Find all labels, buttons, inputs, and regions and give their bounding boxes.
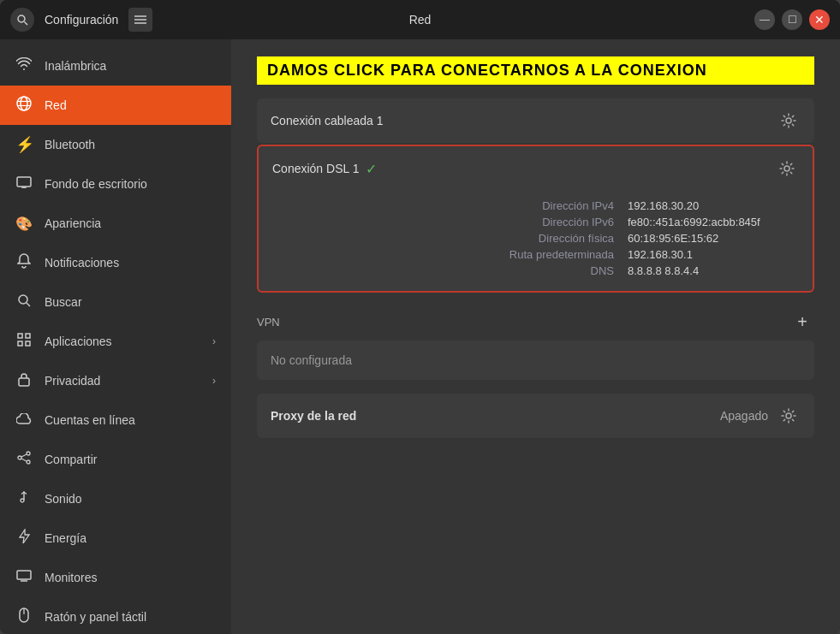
svg-point-19 [27, 452, 30, 455]
ipv6-label: Dirección IPv6 [477, 216, 614, 228]
lightning-icon [15, 529, 33, 548]
sidebar-item-sonido[interactable]: Sonido [0, 479, 231, 518]
dsl-title: Conexión DSL 1 ✓ [272, 161, 377, 177]
sidebar-item-compartir[interactable]: Compartir [0, 440, 231, 479]
sidebar-item-fondo[interactable]: Fondo de escritorio [0, 164, 231, 204]
bell-icon [15, 253, 33, 272]
svg-line-1 [25, 22, 28, 26]
monitor-icon [15, 176, 33, 193]
proxy-label: Proxy de la red [271, 409, 356, 423]
svg-line-13 [27, 303, 30, 306]
svg-point-30 [784, 166, 789, 171]
sidebar-label-inalambrica: Inalámbrica [45, 59, 106, 73]
maximize-button[interactable]: ☐ [782, 9, 802, 30]
wifi-icon [15, 57, 33, 74]
globe-icon [15, 96, 33, 115]
music-icon [15, 490, 33, 507]
ipv6-value: fe80::451a:6992:acbb:845f [628, 216, 799, 228]
sidebar-item-monitores[interactable]: Monitores [0, 558, 231, 597]
dsl-settings-button[interactable] [775, 157, 799, 181]
ipv4-row: Dirección IPv4 192.168.30.20 [272, 198, 799, 214]
svg-point-12 [19, 295, 27, 304]
sidebar-label-apariencia: Apariencia [45, 216, 101, 230]
svg-line-22 [21, 454, 27, 457]
sidebar-item-buscar[interactable]: Buscar [0, 282, 231, 322]
sidebar-item-notificaciones[interactable]: Notificaciones [0, 243, 231, 282]
wired-connection-row[interactable]: Conexión cableada 1 [257, 98, 814, 143]
titlebar-left: Configuración [10, 8, 152, 32]
main-layout: Inalámbrica Red ⚡ Bluetooth [0, 39, 840, 634]
sidebar-label-cuentas: Cuentas en línea [45, 413, 135, 427]
proxy-row[interactable]: Proxy de la red Apagado [257, 394, 814, 438]
mac-row: Dirección física 60:18:95:6E:15:62 [272, 230, 799, 246]
sidebar-label-aplicaciones: Aplicaciones [45, 335, 112, 348]
vpn-section: VPN + No configurada [257, 310, 814, 380]
content-area: DAMOS CLICK PARA CONECTARNOS A LA CONEXI… [231, 39, 840, 634]
sidebar-item-bluetooth[interactable]: ⚡ Bluetooth [0, 125, 231, 164]
lock-icon [15, 372, 33, 390]
svg-point-6 [21, 97, 27, 110]
svg-point-24 [21, 499, 24, 502]
ipv4-label: Dirección IPv4 [477, 199, 614, 212]
svg-point-21 [18, 456, 21, 459]
sidebar-label-buscar: Buscar [45, 295, 82, 309]
dns-label: DNS [477, 264, 614, 277]
route-label: Ruta predeterminada [477, 248, 614, 261]
sidebar-label-energia: Energía [45, 531, 86, 545]
chevron-right-icon: › [212, 335, 216, 347]
sidebar-item-apariencia[interactable]: 🎨 Apariencia [0, 204, 231, 243]
sidebar-label-fondo: Fondo de escritorio [45, 177, 147, 191]
sidebar-item-raton[interactable]: Ratón y panel táctil [0, 597, 231, 634]
vpn-empty-text: No configurada [271, 353, 352, 367]
svg-line-23 [21, 459, 27, 461]
sidebar-label-bluetooth: Bluetooth [45, 138, 95, 151]
ipv4-value: 192.168.30.20 [628, 199, 799, 212]
sidebar-label-compartir: Compartir [45, 453, 97, 466]
dsl-connection-header[interactable]: Conexión DSL 1 ✓ [259, 146, 813, 191]
connected-checkmark-icon: ✓ [366, 161, 377, 177]
sidebar-item-red[interactable]: Red [0, 86, 231, 125]
share-icon [15, 451, 33, 468]
titlebar: Configuración Red — ☐ ✕ [0, 0, 840, 39]
svg-rect-15 [26, 334, 30, 338]
vpn-label: VPN [257, 316, 280, 329]
mac-value: 60:18:95:6E:15:62 [628, 232, 799, 245]
sidebar-label-monitores: Monitores [45, 571, 97, 584]
chevron-right-icon2: › [212, 375, 216, 387]
dns-row: DNS 8.8.8.8 8.8.4.4 [272, 263, 799, 279]
dsl-connection-details: Dirección IPv4 192.168.30.20 Dirección I… [259, 191, 813, 291]
search-button[interactable] [10, 8, 34, 32]
menu-button[interactable] [128, 8, 152, 32]
search-icon [15, 293, 33, 311]
dsl-connection-panel: Conexión DSL 1 ✓ Dirección IPv4 192.168.… [257, 145, 814, 293]
proxy-settings-button[interactable] [777, 404, 801, 428]
close-button[interactable]: ✕ [809, 9, 830, 30]
dsl-connection-name: Conexión DSL 1 [272, 162, 359, 175]
sidebar-item-privacidad[interactable]: Privacidad › [0, 361, 231, 400]
vpn-empty-row: No configurada [257, 341, 814, 380]
app-window: Configuración Red — ☐ ✕ [0, 0, 840, 634]
sidebar-label-sonido: Sonido [45, 492, 82, 506]
svg-rect-17 [26, 341, 30, 346]
wired-settings-button[interactable] [777, 109, 801, 133]
sidebar-item-cuentas[interactable]: Cuentas en línea [0, 400, 231, 440]
proxy-section: Proxy de la red Apagado [257, 394, 814, 438]
svg-point-31 [786, 413, 791, 418]
svg-point-0 [18, 15, 25, 22]
vpn-add-button[interactable]: + [790, 310, 814, 334]
cloud-icon [15, 412, 33, 428]
sidebar-item-inalambrica[interactable]: Inalámbrica [0, 46, 231, 86]
mac-label: Dirección física [477, 232, 614, 245]
ipv6-row: Dirección IPv6 fe80::451a:6992:acbb:845f [272, 214, 799, 230]
minimize-button[interactable]: — [754, 9, 775, 30]
wired-connection-name: Conexión cableada 1 [271, 114, 384, 127]
sidebar-item-energia[interactable]: Energía [0, 518, 231, 558]
vpn-header: VPN + [257, 310, 814, 334]
dns-value: 8.8.8.8 8.8.4.4 [628, 264, 799, 277]
svg-point-20 [27, 460, 30, 464]
route-row: Ruta predeterminada 192.168.30.1 [272, 246, 799, 263]
svg-rect-25 [17, 571, 31, 579]
bluetooth-icon: ⚡ [15, 135, 33, 154]
sidebar-item-aplicaciones[interactable]: Aplicaciones › [0, 322, 231, 361]
svg-point-5 [17, 97, 31, 110]
